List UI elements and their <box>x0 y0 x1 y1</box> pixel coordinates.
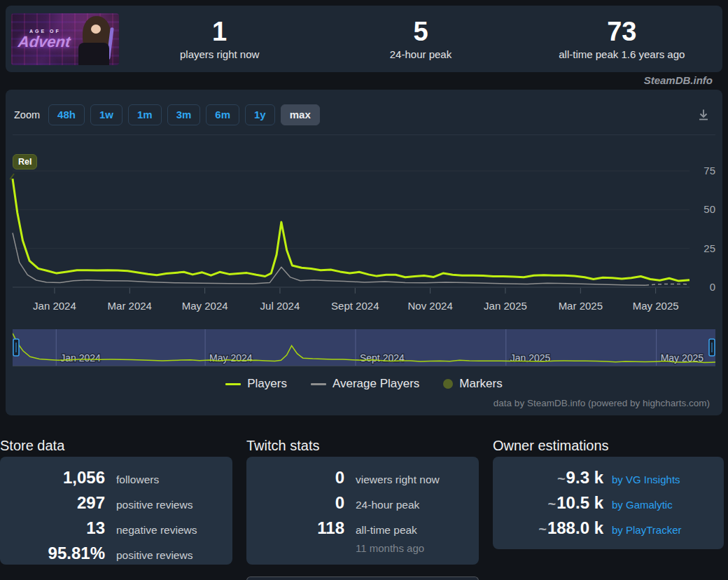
stat-value: 95.81% <box>0 544 105 563</box>
legend-label: Markers <box>459 377 502 391</box>
approx-sign: ~ <box>557 471 566 486</box>
store-data-title: Store data <box>0 438 232 457</box>
legend-item-average-players[interactable]: Average Players <box>311 377 419 391</box>
owner-source-link[interactable]: by Gamalytic <box>612 499 673 511</box>
stat-value: ~188.0 k <box>493 518 603 538</box>
zoom-label: Zoom <box>14 109 40 120</box>
x-axis-label: Sept 2024 <box>316 300 393 312</box>
store-data-column: Store data 1,056followers297positive rev… <box>0 438 232 565</box>
alltime-peak-label: all-time peak 1.6 years ago <box>522 48 722 60</box>
x-axis-label: Mar 2025 <box>542 300 619 312</box>
x-axis-label: May 2024 <box>167 300 244 312</box>
store-data-card: 1,056followers297positive reviews13negat… <box>0 457 232 565</box>
stat-sublabel: 11 months ago <box>356 541 470 557</box>
x-axis-label: Jan 2025 <box>467 300 544 312</box>
chart-legend: PlayersAverage PlayersMarkers <box>6 377 722 391</box>
approx-sign: ~ <box>548 496 556 511</box>
peak-24h-value: 5 <box>320 18 521 47</box>
x-axis-label: Jan 2024 <box>16 300 93 312</box>
legend-swatch <box>443 379 453 389</box>
legend-label: Average Players <box>332 377 419 391</box>
stat-value: 1,056 <box>0 468 105 488</box>
stat-label: positive reviews <box>116 499 192 511</box>
stat-value: 297 <box>0 493 105 513</box>
stat-24h-peak: 5 24-hour peak <box>320 18 521 60</box>
stat-label: 24-hour peak <box>356 499 419 511</box>
twitch-stats-card: 0viewers right now024-hour peak118all-ti… <box>246 457 479 565</box>
x-axis-label: Jul 2024 <box>241 300 318 312</box>
peak-24h-label: 24-hour peak <box>320 48 521 60</box>
banner-title: Advent <box>18 34 71 50</box>
stat-row: 95.81%positive reviews <box>0 541 224 566</box>
stat-value: ~9.3 k <box>493 468 603 488</box>
approx-sign: ~ <box>538 521 547 537</box>
navigator-handle-left[interactable] <box>13 339 19 356</box>
legend-item-markers[interactable]: Markers <box>443 377 502 391</box>
stat-label: negative reviews <box>116 524 197 537</box>
x-axis-label: Mar 2024 <box>91 300 168 312</box>
twitch-stats-title: Twitch stats <box>246 438 479 457</box>
stat-value: 0 <box>246 468 344 488</box>
stat-label: positive reviews <box>116 549 192 562</box>
owner-source-link[interactable]: by VG Insights <box>612 474 680 485</box>
navigator[interactable]: Jan 2024May 2024Sept 2024Jan 2025May 202… <box>13 329 715 366</box>
players-chart-card: Zoom 48h1w1m3m6m1ymax 0255075 Rel Jan 20… <box>6 90 722 415</box>
owner-estimate-row: ~10.5 kby Gamalytic <box>493 490 715 516</box>
y-axis-label: 50 <box>704 203 715 215</box>
next-section-card-cutoff <box>246 576 479 580</box>
zoom-range-buttons: 48h1w1m3m6m1ymax <box>48 104 320 125</box>
navigator-label: Jan 2024 <box>60 352 101 364</box>
owner-estimate-row: ~9.3 kby VG Insights <box>493 465 715 490</box>
zoom-range-1w[interactable]: 1w <box>90 104 122 125</box>
banner-logo: AGE OF Advent <box>18 29 71 50</box>
zoom-range-48h[interactable]: 48h <box>48 104 85 125</box>
download-icon[interactable] <box>696 107 711 123</box>
navigator-handle-right[interactable] <box>709 339 715 356</box>
stat-row: 13negative reviews <box>0 516 224 541</box>
legend-swatch <box>311 383 326 385</box>
release-marker[interactable]: Rel <box>13 154 37 170</box>
y-axis-label: 75 <box>704 165 715 177</box>
zoom-range-6m[interactable]: 6m <box>206 104 239 125</box>
stat-row: 1,056followers <box>0 465 224 490</box>
zoom-range-1m[interactable]: 1m <box>128 104 162 125</box>
x-axis-labels: Jan 2024Mar 2024May 2024Jul 2024Sept 202… <box>6 300 722 314</box>
twitch-stats-column: Twitch stats 0viewers right now024-hour … <box>246 438 479 565</box>
stat-players-right-now: 1 players right now <box>119 18 320 60</box>
toolbar-separator <box>13 134 715 135</box>
x-axis-label: Nov 2024 <box>392 300 469 312</box>
stat-label: viewers right now <box>356 474 440 486</box>
stat-row: 297positive reviews <box>0 490 224 516</box>
y-axis-label: 25 <box>704 242 715 254</box>
stat-label: followers <box>116 474 159 486</box>
y-axis-label: 0 <box>710 281 715 293</box>
zoom-range-1y[interactable]: 1y <box>245 104 275 125</box>
bottom-section: Store data 1,056followers297positive rev… <box>0 438 725 565</box>
stat-value: ~10.5 k <box>493 493 603 513</box>
players-now-value: 1 <box>119 18 320 47</box>
zoom-range-max[interactable]: max <box>281 104 320 125</box>
stat-value: 118 <box>246 518 344 538</box>
chart-credits: data by SteamDB.info (powered by highcha… <box>493 398 710 408</box>
stat-alltime-peak: 73 all-time peak 1.6 years ago <box>522 18 722 60</box>
owner-estimations-card: ~9.3 kby VG Insights~10.5 kby Gamalytic~… <box>493 457 724 549</box>
steamdb-watermark: SteamDB.info <box>644 74 713 86</box>
owner-estimations-title: Owner estimations <box>493 438 724 457</box>
game-header-card: AGE OF Advent 1 players right now 5 24-h… <box>6 6 722 72</box>
game-banner[interactable]: AGE OF Advent <box>11 13 119 65</box>
legend-item-players[interactable]: Players <box>225 377 287 391</box>
stat-row: 0viewers right now <box>246 465 470 490</box>
zoom-range-3m[interactable]: 3m <box>167 104 201 125</box>
stat-value: 0 <box>246 493 344 513</box>
players-now-label: players right now <box>119 48 320 60</box>
stat-label: all-time peak <box>356 524 417 537</box>
alltime-peak-value: 73 <box>522 18 722 47</box>
owner-source-link[interactable]: by PlayTracker <box>612 524 681 536</box>
legend-label: Players <box>247 377 287 391</box>
owner-estimate-row: ~188.0 kby PlayTracker <box>493 516 715 541</box>
owner-estimations-column: Owner estimations ~9.3 kby VG Insights~1… <box>493 438 724 565</box>
navigator-label: May 2024 <box>209 352 253 364</box>
stat-row: 024-hour peak <box>246 490 470 516</box>
navigator-label: Sept 2024 <box>360 352 405 364</box>
players-chart: 0255075 <box>6 141 722 296</box>
